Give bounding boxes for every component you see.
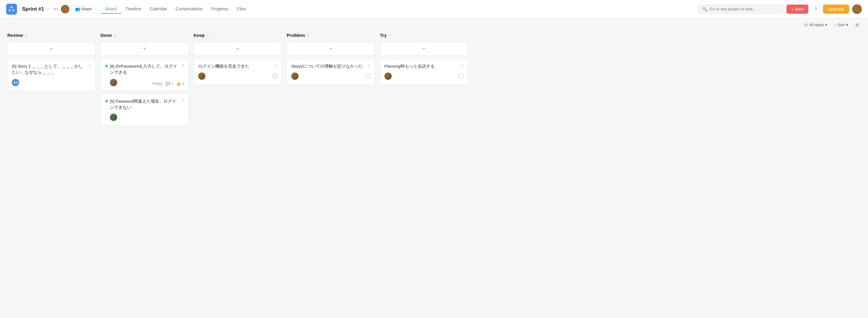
column-keep: Keep ∨ + ログイン機能を完走できた ∨ <box>193 31 282 128</box>
comment-count: 💬 1 <box>165 82 174 86</box>
search-icon: 🔍 <box>702 7 707 11</box>
card-title: [8] ID/Passwordを入力して、ログインできる <box>110 63 179 76</box>
svg-point-2 <box>12 9 14 11</box>
status-dot <box>105 64 108 68</box>
card-title: ログイン機能を完走できた <box>198 63 272 69</box>
card-avatars: XJ <box>12 79 19 86</box>
share-icon: 👥 <box>75 7 80 11</box>
card-avatars <box>384 73 392 80</box>
more-icon[interactable]: ••• <box>53 6 58 12</box>
table-row: [8] ID/Passwordを入力して、ログインできる ∨ Friday 💬 … <box>100 59 189 91</box>
avatar <box>384 73 392 80</box>
comment-icon: 💬 <box>165 82 170 86</box>
column-title-review: Review <box>7 33 23 38</box>
card-avatars <box>110 114 117 121</box>
column-review: Review ∨ + [5] Story 2 ＿＿＿として、＿＿＿がしたい、なぜ… <box>7 31 96 128</box>
add-card-try-button[interactable]: + <box>380 42 468 56</box>
card-date: Friday <box>152 82 162 86</box>
avatar <box>198 73 206 80</box>
task-icon <box>459 74 464 79</box>
card-title: [5] Story 2 ＿＿＿として、＿＿＿がしたい、なぜなら＿＿＿ <box>12 63 86 76</box>
board: Review ∨ + [5] Story 2 ＿＿＿として、＿＿＿がしたい、なぜ… <box>0 31 868 136</box>
header: Sprint #1 ☆ ••• 👥 Share Board Timeline C… <box>0 0 868 18</box>
column-problem: Problem ∨ + Story2についての理解が足りなかった ∨ <box>287 31 375 128</box>
column-header-done: Done ∨ <box>100 31 189 39</box>
add-card-review-button[interactable]: + <box>7 42 96 56</box>
card-title: Planning時もっと会話する <box>384 63 459 69</box>
sort-button[interactable]: ↕ Sort ▾ <box>833 21 850 28</box>
column-try: Try ∨ + Planning時もっと会話する ∨ <box>380 31 468 128</box>
table-row: Story2についての理解が足りなかった ∨ <box>287 59 375 84</box>
help-button[interactable]: ? <box>811 5 820 13</box>
tab-conversations[interactable]: Conversations <box>172 5 207 14</box>
project-avatar <box>61 5 69 13</box>
new-button[interactable]: + New <box>786 5 808 14</box>
try-chevron-icon[interactable]: ∨ <box>389 33 391 37</box>
share-button[interactable]: 👥 Share <box>72 5 95 13</box>
table-row: [5] Story 2 ＿＿＿として、＿＿＿がしたい、なぜなら＿＿＿ ∨ XJ <box>7 59 96 91</box>
table-row: ログイン機能を完走できた ∨ <box>193 59 282 84</box>
tab-board[interactable]: Board <box>101 5 121 14</box>
toolbar-row: ⊙ All tasks ▾ ↕ Sort ▾ ⊟ <box>0 18 868 31</box>
card-title: [5] Password間違えた場合、ログインできない <box>110 98 179 111</box>
search-input[interactable] <box>710 7 779 11</box>
avatar <box>291 73 299 80</box>
column-title-problem: Problem <box>287 33 305 38</box>
like-count: 👍 1 <box>176 82 184 86</box>
star-icon[interactable]: ☆ <box>46 6 51 12</box>
card-avatars <box>198 73 206 80</box>
problem-chevron-icon[interactable]: ∨ <box>307 33 309 37</box>
upgrade-button[interactable]: Upgrade <box>823 5 849 14</box>
card-title: Story2についての理解が足りなかった <box>291 63 366 69</box>
column-title-done: Done <box>100 33 112 38</box>
card-avatars <box>291 73 299 80</box>
tab-timeline[interactable]: Timeline <box>121 5 146 14</box>
project-info: Sprint #1 ☆ ••• 👥 Share <box>22 5 95 13</box>
app-icon[interactable] <box>6 4 17 15</box>
table-row: Planning時もっと会話する ∨ <box>380 59 468 84</box>
card-chevron-icon[interactable]: ∨ <box>368 63 370 67</box>
tab-calendar[interactable]: Calendar <box>146 5 172 14</box>
add-card-keep-button[interactable]: + <box>193 42 282 56</box>
task-icon <box>366 74 370 79</box>
svg-point-1 <box>9 9 11 11</box>
card-chevron-icon[interactable]: ∨ <box>275 63 277 67</box>
add-card-done-button[interactable]: + <box>100 42 189 56</box>
column-title-try: Try <box>380 33 387 38</box>
column-done: Done ∨ + [8] ID/Passwordを入力して、ログインできる ∨ <box>100 31 189 128</box>
filter-icon: ⊙ <box>804 23 808 27</box>
svg-rect-3 <box>273 75 276 78</box>
chevron-down-icon: ▾ <box>846 23 848 27</box>
header-right: 🔍 + New ? Upgrade <box>698 4 862 14</box>
add-card-problem-button[interactable]: + <box>287 42 375 56</box>
done-chevron-icon[interactable]: ∨ <box>114 33 116 37</box>
column-header-try: Try ∨ <box>380 31 468 39</box>
keep-chevron-icon[interactable]: ∨ <box>207 33 209 37</box>
tab-files[interactable]: Files <box>232 5 250 14</box>
search-bar: 🔍 <box>698 5 783 14</box>
column-header-keep: Keep ∨ <box>193 31 282 39</box>
review-chevron-icon[interactable]: ∨ <box>25 33 27 37</box>
column-title-keep: Keep <box>193 33 205 38</box>
card-chevron-icon[interactable]: ∨ <box>182 63 184 67</box>
all-tasks-button[interactable]: ⊙ All tasks ▾ <box>803 21 829 28</box>
avatar: XJ <box>12 79 19 86</box>
sliders-icon: ⊟ <box>856 23 859 27</box>
avatar <box>110 114 117 121</box>
nav-tabs: Board Timeline Calendar Conversations Pr… <box>101 5 250 14</box>
card-chevron-icon[interactable]: ∨ <box>461 63 464 67</box>
sort-icon: ↕ <box>835 23 837 27</box>
svg-point-0 <box>11 6 12 8</box>
column-header-review: Review ∨ <box>7 31 96 39</box>
tab-progress[interactable]: Progress <box>207 5 232 14</box>
filter-options-button[interactable]: ⊟ <box>854 21 861 28</box>
column-header-problem: Problem ∨ <box>287 31 375 39</box>
status-dot <box>105 99 108 103</box>
like-icon: 👍 <box>176 82 181 86</box>
task-icon <box>272 74 277 79</box>
card-chevron-icon[interactable]: ∨ <box>182 98 184 102</box>
card-chevron-icon[interactable]: ∨ <box>89 63 91 67</box>
chevron-down-icon: ▾ <box>825 23 827 27</box>
user-avatar[interactable] <box>852 4 862 14</box>
table-row: [5] Password間違えた場合、ログインできない ∨ <box>100 94 189 126</box>
